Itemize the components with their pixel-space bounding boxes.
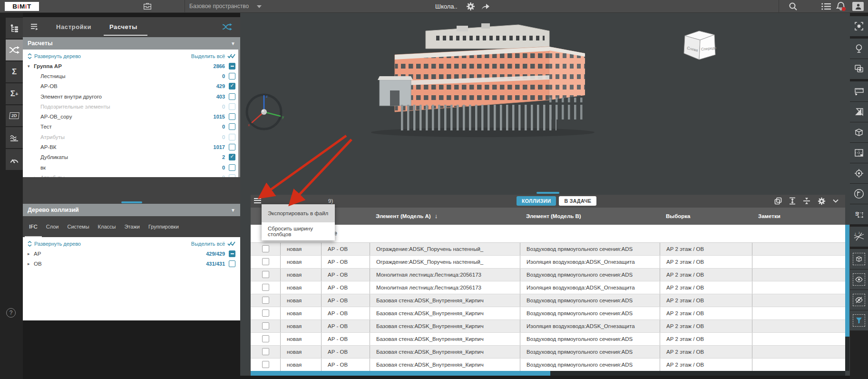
copy-table-icon[interactable] bbox=[774, 197, 782, 205]
row-height-icon[interactable] bbox=[789, 197, 796, 205]
search-icon[interactable] bbox=[789, 2, 798, 11]
tab-systems[interactable]: Системы bbox=[63, 216, 93, 237]
tree-item-checkbox[interactable] bbox=[229, 63, 235, 70]
environment-tree-icon[interactable] bbox=[850, 39, 868, 59]
collision-tree-section-header[interactable]: Дерево коллизий ▼ bbox=[23, 204, 240, 216]
collision-axes-icon[interactable]: 12 bbox=[850, 227, 868, 247]
list-icon[interactable] bbox=[821, 3, 831, 10]
expander-icon[interactable]: ▾ bbox=[28, 64, 34, 69]
tree-item-checkbox[interactable] bbox=[229, 93, 235, 100]
gear-icon[interactable] bbox=[466, 2, 475, 11]
panel-resize-handle[interactable] bbox=[121, 201, 142, 203]
table-row[interactable]: новаяАР - ОВОграждение:ADSK_Поручень нас… bbox=[251, 256, 845, 269]
tree-item-checkbox[interactable] bbox=[229, 144, 235, 150]
tree-item[interactable]: вк0 bbox=[28, 162, 235, 172]
select-all-link[interactable]: Выделить всё bbox=[191, 53, 235, 59]
expander-icon[interactable]: ▸ bbox=[28, 261, 34, 266]
tree-item[interactable]: АР-ОВ429 bbox=[28, 81, 235, 91]
tree-item-checkbox[interactable] bbox=[229, 83, 235, 90]
header-notes[interactable]: Заметки bbox=[752, 213, 845, 219]
measure-ruler-icon[interactable] bbox=[850, 81, 868, 101]
tab-calculations[interactable]: Расчеты bbox=[109, 23, 137, 30]
expand-tree-link[interactable]: Развернуть дерево bbox=[28, 241, 81, 247]
tab-floors[interactable]: Этажи bbox=[120, 216, 144, 237]
table-menu-icon[interactable] bbox=[254, 198, 261, 205]
tab-ifc[interactable]: IFC bbox=[25, 216, 42, 237]
section-box-icon[interactable] bbox=[850, 122, 868, 142]
tree-item-checkbox[interactable] bbox=[229, 123, 235, 130]
table-row[interactable]: новаяАР - ОВБазовая стена:ADSK_Внутрення… bbox=[251, 346, 845, 359]
hide-elements-eye-slash-icon[interactable] bbox=[850, 290, 868, 310]
help-button[interactable]: ? bbox=[6, 308, 16, 318]
table-row[interactable]: новаяАР - ОВМонолитная лестница:Лестница… bbox=[251, 269, 845, 281]
tree-item-checkbox[interactable] bbox=[229, 113, 235, 120]
tree-item-checkbox[interactable] bbox=[229, 260, 235, 267]
table-row[interactable]: новаяАР - ОВБазовая стена:ADSK_Внутрення… bbox=[251, 359, 845, 371]
tree-item[interactable]: Атрибуты0 bbox=[28, 132, 235, 142]
row-checkbox[interactable] bbox=[262, 322, 269, 329]
status-group-row[interactable]: новые bbox=[251, 225, 845, 243]
tree-scrollbar[interactable] bbox=[238, 50, 240, 177]
expander-icon[interactable]: ▸ bbox=[28, 251, 34, 256]
model-tree-icon[interactable] bbox=[6, 18, 23, 39]
menu-item-export-to-file[interactable]: Экспортировать в файл bbox=[262, 204, 335, 222]
focus-object-icon[interactable] bbox=[850, 16, 868, 36]
sum-add-icon[interactable]: Σ+ bbox=[6, 83, 23, 104]
row-checkbox[interactable] bbox=[262, 361, 269, 368]
tree-item-checkbox[interactable] bbox=[229, 250, 235, 257]
viewpoint-flag-icon[interactable] bbox=[850, 184, 868, 204]
in-task-toggle-button[interactable]: В ЗАДАЧЕ bbox=[559, 196, 596, 206]
tab-classes[interactable]: Классы bbox=[94, 216, 120, 237]
show-elements-eye-icon[interactable] bbox=[850, 269, 868, 289]
2d-view-icon[interactable]: 2D bbox=[6, 105, 23, 126]
tree-item-checkbox[interactable] bbox=[229, 134, 235, 140]
charts-icon[interactable] bbox=[6, 127, 23, 148]
tree-item-checkbox[interactable] bbox=[229, 73, 235, 80]
tree-item[interactable]: ▾Группа АР2866 bbox=[28, 61, 235, 71]
collision-check-icon[interactable] bbox=[6, 40, 23, 60]
hide-box-icon[interactable] bbox=[850, 249, 868, 269]
horizontal-scrollbar[interactable] bbox=[251, 371, 845, 376]
header-element-a[interactable]: Элемент (Модель A) ↓ bbox=[370, 212, 520, 219]
row-checkbox[interactable] bbox=[262, 284, 269, 291]
menu-item-reset-column-width[interactable]: Сбросить ширину столбцов bbox=[262, 222, 335, 240]
tree-item[interactable]: АР-ОВ_copy1015 bbox=[28, 111, 235, 121]
calculations-section-header[interactable]: Расчеты ▼ bbox=[23, 37, 240, 50]
header-element-b[interactable]: Элемент (Модель B) bbox=[520, 213, 660, 219]
navigation-gizmo[interactable]: z y x bbox=[240, 89, 293, 134]
row-checkbox[interactable] bbox=[262, 309, 269, 317]
table-row[interactable]: новаяАР - ОВБазовая стена:ADSK_Внутрення… bbox=[251, 294, 845, 307]
tree-item-checkbox[interactable] bbox=[229, 164, 235, 171]
tree-item-checkbox[interactable] bbox=[229, 154, 235, 160]
sum-icon[interactable]: Σ bbox=[6, 61, 23, 82]
table-resize-handle[interactable] bbox=[536, 192, 559, 194]
view-cube[interactable]: Слева Спереди bbox=[680, 27, 719, 65]
row-checkbox[interactable] bbox=[262, 348, 269, 355]
collisions-toggle-button[interactable]: КОЛЛИЗИИ bbox=[517, 196, 556, 206]
panel-menu-icon[interactable] bbox=[30, 23, 39, 31]
tree-item[interactable]: ▸Атрибуты9 bbox=[28, 172, 235, 177]
vertical-scrollbar[interactable] bbox=[845, 225, 849, 371]
table-row[interactable]: новаяАР - ОВОграждение:ADSK_Поручень нас… bbox=[251, 243, 845, 256]
isolate-selection-icon[interactable] bbox=[850, 59, 868, 79]
tab-settings[interactable]: Настройки bbox=[56, 23, 91, 30]
filter-icon[interactable] bbox=[850, 310, 868, 330]
share-icon[interactable] bbox=[481, 2, 490, 10]
header-selection[interactable]: Выборка bbox=[660, 213, 752, 219]
table-row[interactable]: новаяАР - ОВБазовая стена:ADSK_Внутрення… bbox=[251, 307, 845, 320]
vertical-scroll-thumb[interactable] bbox=[845, 225, 849, 337]
caret-down-icon[interactable] bbox=[257, 5, 262, 8]
collision-run-icon[interactable] bbox=[222, 23, 233, 31]
tab-groupings[interactable]: Группировки bbox=[144, 216, 183, 237]
briefcase-icon[interactable] bbox=[143, 2, 152, 10]
row-checkbox[interactable] bbox=[262, 271, 269, 278]
floor-plan-icon[interactable] bbox=[850, 143, 868, 163]
table-row[interactable]: новаяАР - ОВМонолитная лестница:Лестница… bbox=[251, 281, 845, 294]
tree-item[interactable]: Подозрительные элементы0 bbox=[28, 101, 235, 111]
tree-item[interactable]: Лестницы0 bbox=[28, 71, 235, 81]
tree-item[interactable]: Дубликаты2 bbox=[28, 152, 235, 162]
table-row[interactable]: новаяАР - ОВБазовая стена:ADSK_Внутрення… bbox=[251, 333, 845, 346]
collapse-panel-chevron-icon[interactable] bbox=[833, 199, 839, 203]
horizontal-scroll-thumb[interactable] bbox=[251, 371, 550, 376]
tree-item[interactable]: АР-ВК1017 bbox=[28, 142, 235, 152]
